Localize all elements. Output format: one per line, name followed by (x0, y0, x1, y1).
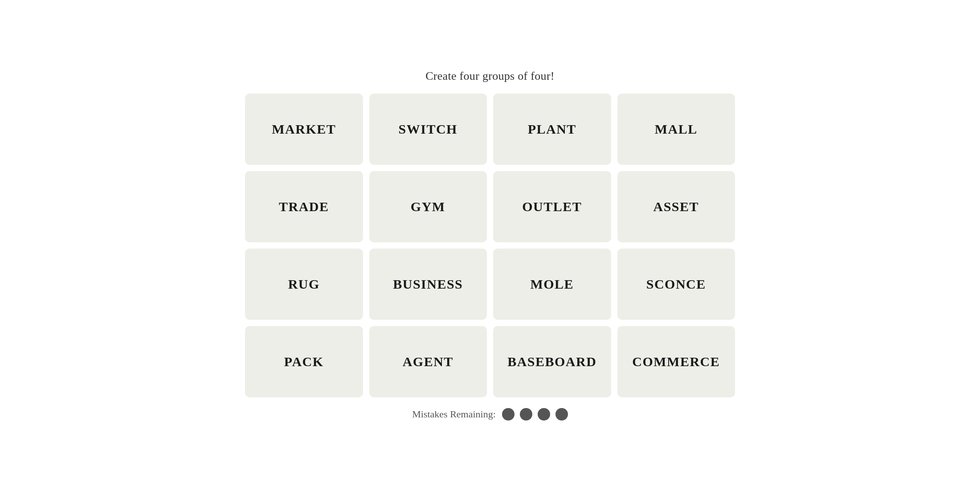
word-label-market: MARKET (272, 122, 336, 137)
word-card-baseboard[interactable]: BASEBOARD (493, 326, 611, 397)
word-label-switch: SWITCH (399, 122, 457, 137)
mistakes-section: Mistakes Remaining: (412, 408, 568, 421)
word-card-gym[interactable]: GYM (369, 171, 487, 242)
word-card-rug[interactable]: RUG (245, 249, 363, 320)
game-container: Create four groups of four! MARKETSWITCH… (245, 69, 735, 421)
game-subtitle: Create four groups of four! (425, 69, 555, 83)
word-card-pack[interactable]: PACK (245, 326, 363, 397)
word-label-baseboard: BASEBOARD (507, 354, 596, 369)
word-grid: MARKETSWITCHPLANTMALLTRADEGYMOUTLETASSET… (245, 94, 735, 397)
word-card-agent[interactable]: AGENT (369, 326, 487, 397)
word-card-commerce[interactable]: COMMERCE (617, 326, 735, 397)
word-label-mole: MOLE (530, 277, 574, 292)
word-label-sconce: SCONCE (646, 277, 706, 292)
word-label-rug: RUG (288, 277, 320, 292)
mistakes-dots (502, 408, 568, 421)
word-card-plant[interactable]: PLANT (493, 94, 611, 165)
mistake-dot-2 (520, 408, 532, 421)
word-card-market[interactable]: MARKET (245, 94, 363, 165)
word-label-mall: MALL (655, 122, 698, 137)
word-label-pack: PACK (284, 354, 324, 369)
word-label-plant: PLANT (528, 122, 576, 137)
word-label-agent: AGENT (403, 354, 453, 369)
word-card-trade[interactable]: TRADE (245, 171, 363, 242)
mistakes-label: Mistakes Remaining: (412, 408, 496, 420)
mistake-dot-4 (555, 408, 568, 421)
word-label-commerce: COMMERCE (632, 354, 720, 369)
word-label-asset: ASSET (653, 199, 699, 214)
mistake-dot-3 (538, 408, 550, 421)
word-card-mole[interactable]: MOLE (493, 249, 611, 320)
mistake-dot-1 (502, 408, 514, 421)
word-card-outlet[interactable]: OUTLET (493, 171, 611, 242)
word-card-sconce[interactable]: SCONCE (617, 249, 735, 320)
word-card-business[interactable]: BUSINESS (369, 249, 487, 320)
word-label-outlet: OUTLET (522, 199, 582, 214)
word-label-gym: GYM (411, 199, 445, 214)
word-label-trade: TRADE (279, 199, 329, 214)
word-card-mall[interactable]: MALL (617, 94, 735, 165)
word-card-asset[interactable]: ASSET (617, 171, 735, 242)
word-label-business: BUSINESS (393, 277, 463, 292)
word-card-switch[interactable]: SWITCH (369, 94, 487, 165)
